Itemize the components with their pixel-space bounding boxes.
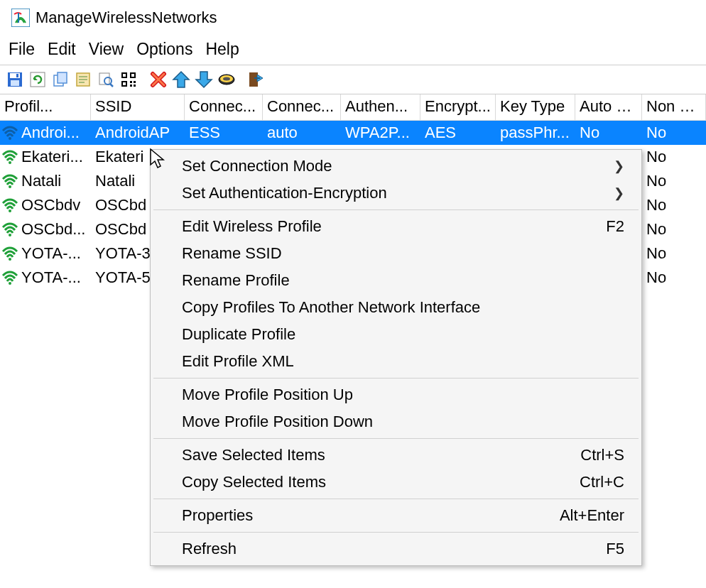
cell-non-broadcast[interactable]: No [642, 217, 706, 241]
separator [153, 499, 639, 499]
ctx-copy-profiles-to-interface[interactable]: Copy Profiles To Another Network Interfa… [151, 294, 641, 321]
cell-conn-mode[interactable]: auto [263, 121, 341, 145]
svg-point-28 [223, 77, 230, 81]
cell-non-broadcast[interactable]: No [642, 193, 706, 217]
cell-profile[interactable]: OSCbd... [0, 217, 91, 241]
cell-non-broadcast[interactable]: No [642, 266, 706, 290]
cell-profile[interactable]: Natali [0, 169, 91, 193]
ctx-save-selected-items[interactable]: Save Selected Items Ctrl+S [151, 442, 641, 469]
col-profile[interactable]: Profil... [0, 94, 91, 121]
svg-point-31 [9, 137, 11, 140]
svg-point-34 [9, 209, 11, 212]
ctx-rename-ssid[interactable]: Rename SSID [151, 240, 641, 267]
ctx-refresh[interactable]: Refresh F5 [151, 535, 641, 562]
col-non-broadcast[interactable]: Non B... [642, 94, 706, 121]
move-up-button[interactable] [170, 69, 192, 90]
cell-profile-text: YOTA-... [21, 268, 81, 288]
ctx-shortcut: Ctrl+C [580, 473, 624, 491]
cell-profile[interactable]: Ekateri... [0, 145, 91, 169]
cell-profile-text: Androi... [21, 123, 80, 143]
menu-edit[interactable]: Edit [43, 38, 80, 60]
exit-button[interactable] [246, 69, 267, 90]
ctx-rename-profile[interactable]: Rename Profile [151, 267, 641, 294]
col-conn-mode[interactable]: Connec... [263, 94, 341, 121]
properties-button[interactable] [72, 69, 94, 90]
ctx-duplicate-profile[interactable]: Duplicate Profile [151, 321, 641, 348]
save-button[interactable] [4, 69, 26, 90]
ctx-label: Save Selected Items [182, 446, 580, 464]
wifi-icon [1, 246, 18, 261]
ctx-move-position-up[interactable]: Move Profile Position Up [151, 381, 641, 408]
ctx-move-position-down[interactable]: Move Profile Position Down [151, 408, 641, 435]
tool-bar [0, 65, 706, 94]
save-icon [6, 71, 23, 88]
ctx-label: Move Profile Position Down [182, 413, 624, 431]
ctx-set-auth-encryption[interactable]: Set Authentication-Encryption ❯ [151, 180, 641, 207]
cell-profile[interactable]: OSCbdv [0, 193, 91, 217]
cell-key-type[interactable]: passPhr... [496, 121, 575, 145]
cell-profile-text: Ekateri... [21, 147, 83, 167]
col-auto-switch[interactable]: Auto S... [575, 94, 642, 121]
cell-auth[interactable]: WPA2P... [341, 121, 420, 145]
move-down-button[interactable] [193, 69, 214, 90]
refresh-button[interactable] [27, 69, 48, 90]
cell-profile-text: OSCbd... [21, 219, 85, 239]
cell-auto-switch[interactable]: No [575, 121, 642, 145]
ctx-shortcut: F5 [606, 540, 624, 558]
menu-file[interactable]: File [4, 38, 39, 60]
ctx-label: Edit Profile XML [182, 352, 624, 371]
ctx-label: Copy Profiles To Another Network Interfa… [182, 298, 624, 317]
cell-non-broadcast[interactable]: No [642, 241, 706, 266]
cell-profile[interactable]: YOTA-... [0, 266, 91, 290]
ctx-properties[interactable]: Properties Alt+Enter [151, 502, 641, 529]
ctx-set-connection-mode[interactable]: Set Connection Mode ❯ [151, 153, 641, 180]
ctx-shortcut: F2 [606, 217, 624, 236]
cell-profile[interactable]: YOTA-... [0, 241, 91, 266]
ctx-label: Duplicate Profile [182, 325, 624, 344]
qr-button[interactable] [118, 69, 139, 90]
ctx-edit-wireless-profile[interactable]: Edit Wireless Profile F2 [151, 213, 641, 240]
refresh-icon [29, 71, 46, 88]
wifi-icon [1, 198, 18, 212]
separator [153, 378, 639, 379]
cell-conn-type[interactable]: ESS [185, 121, 263, 145]
svg-rect-17 [123, 74, 126, 77]
cell-non-broadcast[interactable]: No [642, 169, 706, 193]
app-title: ManageWirelessNetworks [36, 9, 217, 27]
col-encrypt[interactable]: Encrypt... [420, 94, 496, 121]
cell-profile[interactable]: Androi... [0, 121, 91, 145]
col-auth[interactable]: Authen... [341, 94, 420, 121]
svg-rect-24 [130, 85, 132, 87]
menu-view[interactable]: View [85, 38, 128, 60]
menu-help[interactable]: Help [201, 38, 243, 60]
ctx-label: Set Connection Mode [182, 157, 614, 175]
properties-icon [75, 71, 92, 88]
delete-icon [149, 70, 168, 89]
connect-button[interactable] [216, 69, 237, 90]
cell-profile-text: YOTA-... [21, 244, 81, 263]
cell-non-broadcast[interactable]: No [642, 145, 706, 169]
cell-ssid[interactable]: AndroidAP [91, 121, 185, 145]
ctx-copy-selected-items[interactable]: Copy Selected Items Ctrl+C [151, 469, 641, 496]
col-ssid[interactable]: SSID [91, 94, 185, 121]
ctx-edit-profile-xml[interactable]: Edit Profile XML [151, 348, 641, 375]
wifi-icon [1, 222, 18, 236]
qr-icon [120, 71, 137, 88]
svg-rect-21 [123, 82, 126, 85]
title-bar: ManageWirelessNetworks [0, 0, 706, 36]
delete-button[interactable] [148, 69, 169, 90]
svg-point-35 [9, 234, 11, 236]
ctx-label: Set Authentication-Encryption [182, 184, 614, 202]
cell-non-broadcast[interactable]: No [642, 121, 706, 145]
copy-button[interactable] [50, 69, 71, 90]
col-conn-type[interactable]: Connec... [185, 94, 263, 121]
cell-encrypt[interactable]: AES [420, 121, 496, 145]
menu-options[interactable]: Options [132, 38, 197, 60]
col-key-type[interactable]: Key Type [496, 94, 575, 121]
copy-icon [52, 71, 69, 88]
find-button[interactable] [95, 69, 116, 90]
wifi-icon [1, 150, 18, 164]
chevron-right-icon: ❯ [614, 185, 624, 201]
cursor-icon [149, 148, 166, 170]
svg-rect-22 [130, 81, 132, 83]
